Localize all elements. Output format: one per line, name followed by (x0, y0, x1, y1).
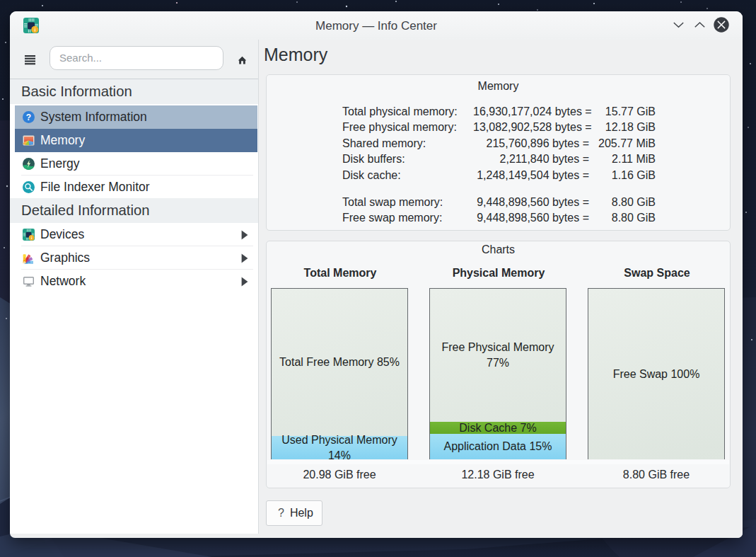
svg-text:?: ? (26, 113, 31, 122)
